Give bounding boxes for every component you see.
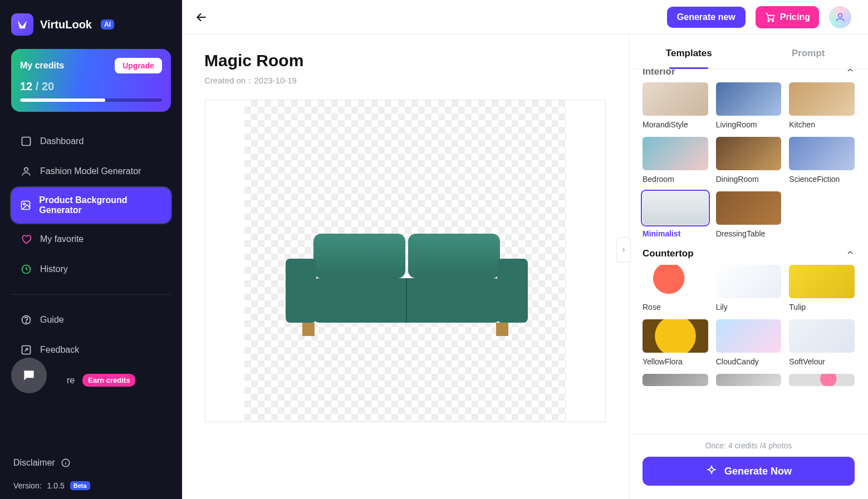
sparkle-icon: [705, 465, 718, 477]
cost-hint: Once: 4 credits /4 photos: [643, 441, 855, 450]
created-date: 2023-10-19: [254, 76, 297, 85]
svg-point-1: [24, 167, 28, 171]
template-label: CloudCandy: [716, 357, 782, 366]
chat-widget-button[interactable]: [11, 358, 47, 393]
svg-rect-15: [497, 259, 528, 323]
version-value: 1.0.5: [47, 481, 65, 490]
chevron-up-icon: [846, 248, 855, 257]
sidebar-item-dashboard[interactable]: Dashboard: [11, 127, 171, 155]
tab-templates[interactable]: Templates: [629, 38, 749, 68]
logo-row: VirtuLook AI: [11, 13, 171, 36]
template-thumb: [716, 374, 782, 386]
panel-scroll[interactable]: Interior MorandiStyleLivingRoomKitchenBe…: [629, 69, 868, 434]
template-card-yellowflora[interactable]: YellowFlora: [643, 319, 708, 366]
template-card-kitchen[interactable]: Kitchen: [789, 82, 855, 129]
template-card[interactable]: [789, 374, 855, 386]
main: Generate new Pricing Magic Room Created …: [182, 0, 868, 499]
template-card-diningroom[interactable]: DiningRoom: [716, 137, 782, 184]
template-thumb: [789, 319, 855, 353]
sidebar-item-guide[interactable]: Guide: [11, 306, 171, 334]
template-card-lily[interactable]: Lily: [716, 265, 782, 312]
template-thumb: [643, 82, 708, 116]
template-card-livingroom[interactable]: LivingRoom: [716, 82, 782, 129]
canvas[interactable]: [205, 100, 606, 422]
template-card-dressingtable[interactable]: DressingTable: [716, 191, 782, 238]
tab-prompt[interactable]: Prompt: [749, 38, 869, 68]
sidebar-item-label: Fashion Model Generator: [40, 166, 141, 176]
collapse-countertop[interactable]: [846, 248, 855, 259]
share-arrow-icon: [20, 344, 32, 356]
section-title-countertop: Countertop: [643, 248, 694, 259]
template-label: LivingRoom: [716, 120, 782, 129]
template-thumb: [716, 319, 782, 353]
pricing-button[interactable]: Pricing: [756, 6, 819, 28]
template-label: Rose: [643, 303, 708, 312]
template-card-cloudcandy[interactable]: CloudCandy: [716, 319, 782, 366]
clock-icon: [20, 263, 32, 275]
template-card-sciencefiction[interactable]: ScienceFiction: [789, 137, 855, 184]
sidebar-item-label: Dashboard: [40, 136, 84, 146]
credits-title: My credits: [20, 61, 64, 71]
template-card-minimalist[interactable]: Minimalist: [643, 191, 708, 238]
generate-now-label: Generate Now: [724, 466, 792, 477]
created-label: Created on：: [204, 76, 254, 85]
generate-now-button[interactable]: Generate Now: [643, 457, 855, 486]
svg-rect-12: [313, 234, 405, 278]
template-label: Kitchen: [789, 120, 855, 129]
topbar: Generate new Pricing: [182, 0, 868, 34]
sidebar-item-label: Feedback: [40, 345, 79, 355]
panel-tabs: Templates Prompt: [629, 38, 868, 69]
template-card[interactable]: [643, 374, 708, 386]
svg-rect-14: [286, 259, 316, 323]
template-thumb: [643, 265, 708, 298]
svg-rect-2: [22, 201, 30, 210]
svg-point-11: [838, 13, 842, 17]
template-card-rose[interactable]: Rose: [643, 265, 708, 312]
template-card-tulip[interactable]: Tulip: [789, 265, 855, 312]
template-card-softvelour[interactable]: SoftVelour: [789, 319, 855, 366]
question-icon: [20, 314, 32, 326]
template-label: SoftVelour: [789, 357, 855, 366]
arrow-left-icon: [194, 10, 209, 24]
info-icon: [61, 458, 71, 468]
nav: Dashboard Fashion Model Generator Produc…: [11, 127, 171, 394]
template-label: DiningRoom: [716, 175, 782, 184]
avatar-button[interactable]: [829, 6, 851, 28]
template-label: Tulip: [789, 303, 855, 312]
sidebar-item-label: re: [67, 376, 75, 386]
credits-bar-fill: [20, 98, 105, 102]
credits-sep: /: [32, 80, 42, 92]
template-thumb: [716, 137, 782, 170]
sidebar-item-history[interactable]: History: [11, 255, 171, 283]
collapse-interior[interactable]: [846, 69, 855, 77]
divider: [11, 294, 171, 295]
disclaimer-link[interactable]: Disclaimer: [13, 458, 171, 468]
template-card-morandistyle[interactable]: MorandiStyle: [643, 82, 708, 129]
template-label: ScienceFiction: [789, 175, 855, 184]
canvas-area: Magic Room Created on：2023-10-19: [182, 34, 629, 499]
generate-new-button[interactable]: Generate new: [667, 7, 746, 28]
back-button[interactable]: [193, 9, 210, 26]
cart-icon: [764, 12, 776, 23]
template-thumb: [643, 319, 708, 353]
product-image[interactable]: [274, 228, 536, 345]
svg-point-6: [26, 322, 26, 323]
sidebar-item-fashion[interactable]: Fashion Model Generator: [11, 157, 171, 185]
grid-icon: [20, 135, 32, 147]
template-label: Bedroom: [643, 175, 708, 184]
panel-collapse-handle[interactable]: [616, 237, 631, 263]
earn-credits-pill: Earn credits: [82, 374, 135, 387]
section-title-partial: Interior: [643, 69, 675, 76]
right-panel: Templates Prompt Interior MorandiStyleLi…: [629, 34, 868, 499]
template-thumb: [716, 82, 782, 116]
credits-total: 20: [42, 80, 54, 92]
template-card[interactable]: [716, 374, 782, 386]
template-thumb: [789, 137, 855, 170]
template-thumb: [643, 137, 708, 170]
sidebar-item-favorite[interactable]: My favorite: [11, 225, 171, 253]
template-label: Lily: [716, 303, 782, 312]
upgrade-button[interactable]: Upgrade: [115, 58, 162, 73]
svg-point-9: [768, 20, 769, 21]
template-card-bedroom[interactable]: Bedroom: [643, 137, 708, 184]
sidebar-item-product-bg[interactable]: Product Background Generator: [11, 187, 171, 223]
